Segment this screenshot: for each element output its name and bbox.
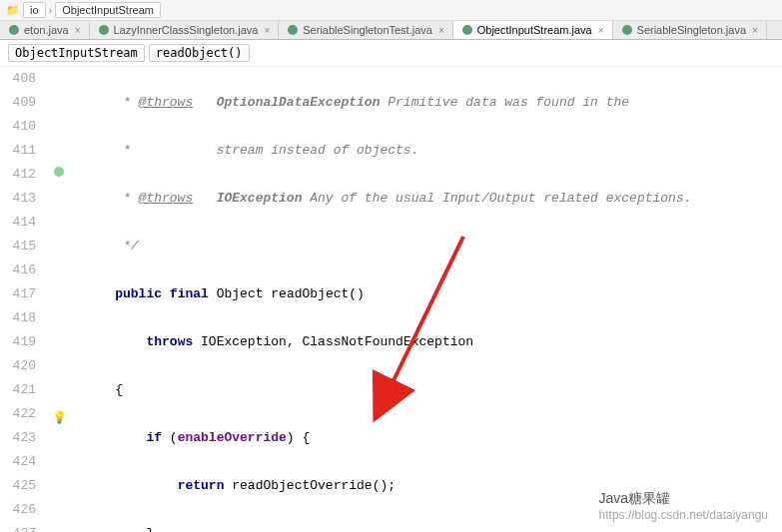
svg-point-3 xyxy=(462,25,472,35)
tab-seriablesingleton[interactable]: SeriableSingleton.java× xyxy=(613,21,767,39)
line-number: 425 xyxy=(0,474,36,498)
breadcrumb-class[interactable]: ObjectInputStream xyxy=(55,2,161,18)
nav-method[interactable]: readObject() xyxy=(149,44,250,62)
tab-label: SeriableSingleton.java xyxy=(637,24,746,36)
close-icon[interactable]: × xyxy=(75,25,81,36)
editor-tabs: eton.java× LazyInnerClassSingleton.java×… xyxy=(0,21,782,40)
line-number: 427 xyxy=(0,522,36,532)
line-number: 418 xyxy=(0,306,36,330)
breadcrumb: 📁 io › ObjectInputStream xyxy=(0,0,782,21)
java-file-icon xyxy=(461,24,473,36)
line-number: 417 xyxy=(0,282,36,306)
svg-point-4 xyxy=(622,25,632,35)
svg-point-0 xyxy=(9,25,19,35)
tab-label: SeriableSingletonTest.java xyxy=(303,24,432,36)
tab-seriabletest[interactable]: SeriableSingletonTest.java× xyxy=(279,21,452,39)
tab-objectinputstream[interactable]: ObjectInputStream.java× xyxy=(453,21,613,39)
line-number: 414 xyxy=(0,211,36,235)
lightbulb-icon[interactable]: 💡 xyxy=(52,406,62,416)
marker-gutter: 💡 xyxy=(48,67,84,529)
line-number: 415 xyxy=(0,235,36,259)
line-number-gutter: 408 409 410 411 412 413 414 415 416 417 … xyxy=(0,67,48,529)
code-editor[interactable]: 408 409 410 411 412 413 414 415 416 417 … xyxy=(0,67,782,529)
tab-label: eton.java xyxy=(24,24,69,36)
nav-class[interactable]: ObjectInputStream xyxy=(8,44,145,62)
svg-line-5 xyxy=(384,237,463,401)
method-marker-icon[interactable] xyxy=(54,167,64,177)
member-nav: ObjectInputStream readObject() xyxy=(0,40,782,67)
svg-point-1 xyxy=(99,25,109,35)
line-number: 416 xyxy=(0,259,36,282)
line-number: 422 xyxy=(0,402,36,426)
close-icon[interactable]: × xyxy=(598,25,604,36)
line-number: 421 xyxy=(0,378,36,402)
line-number: 412 xyxy=(0,163,36,187)
svg-point-2 xyxy=(288,25,298,35)
line-number: 409 xyxy=(0,91,36,115)
close-icon[interactable]: × xyxy=(264,25,270,36)
line-number: 420 xyxy=(0,354,36,378)
close-icon[interactable]: × xyxy=(438,25,444,36)
java-file-icon xyxy=(287,24,299,36)
tab-eton[interactable]: eton.java× xyxy=(0,21,90,39)
java-file-icon xyxy=(98,24,110,36)
line-number: 408 xyxy=(0,67,36,91)
chevron-right-icon: › xyxy=(49,4,53,16)
line-number: 424 xyxy=(0,450,36,474)
breadcrumb-package[interactable]: io xyxy=(23,2,46,18)
line-number: 410 xyxy=(0,115,36,139)
line-number: 413 xyxy=(0,187,36,211)
line-number: 423 xyxy=(0,426,36,450)
java-file-icon xyxy=(621,24,633,36)
line-number: 426 xyxy=(0,498,36,522)
tab-label: LazyInnerClassSingleton.java xyxy=(114,24,259,36)
folder-icon: 📁 xyxy=(6,4,20,17)
tab-lazyinner[interactable]: LazyInnerClassSingleton.java× xyxy=(90,21,280,39)
close-icon[interactable]: × xyxy=(752,25,758,36)
java-file-icon xyxy=(8,24,20,36)
tab-label: ObjectInputStream.java xyxy=(477,24,592,36)
line-number: 419 xyxy=(0,330,36,354)
code-area[interactable]: * @throws OptionalDataException Primitiv… xyxy=(84,67,782,529)
line-number: 411 xyxy=(0,139,36,163)
